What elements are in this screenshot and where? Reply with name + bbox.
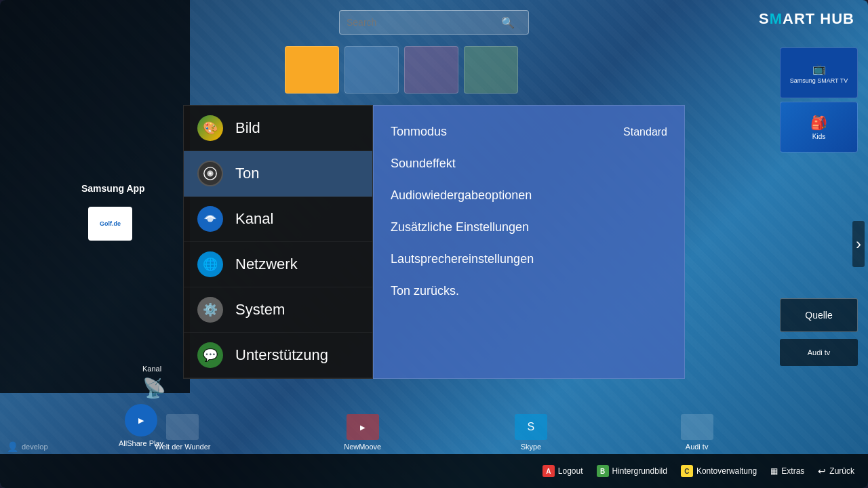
app-card-3[interactable] — [464, 46, 518, 94]
btn-c: C — [681, 465, 693, 477]
audi-bottom-item[interactable]: Audi tv — [681, 414, 713, 451]
audi-tv-item[interactable]: Audi tv — [780, 339, 858, 366]
satellite-icon: 📡 — [136, 369, 173, 407]
submenu-item-soundeffekt[interactable]: Soundeffekt — [374, 148, 684, 180]
left-dark-panel — [0, 0, 190, 393]
submenu-item-tonmodus[interactable]: Tonmodus Standard — [374, 116, 684, 148]
menu-item-bild[interactable]: 🎨 Bild — [184, 106, 372, 151]
menu-item-system[interactable]: ⚙️ System — [184, 287, 372, 333]
zuruck-item[interactable]: ↩ Zurück — [818, 466, 854, 476]
skype-item[interactable]: S Skype — [515, 414, 547, 451]
hintergrundbild-item[interactable]: B Hintergrundbild — [597, 465, 667, 477]
zusatzliche-label: Zusätzliche Einstellungen — [391, 220, 529, 235]
tv-screen: 🔍 SMART HUB 📺 Samsung SMART TV 🎒 Kids Qu… — [0, 0, 868, 488]
unterstutzung-icon: 💬 — [197, 342, 223, 368]
lautsprecher-label: Lautsprechereinstellungen — [391, 252, 534, 266]
bottom-labels-row: Welt der Wunder ▶ NewMoove S Skype Audi … — [0, 414, 868, 451]
right-apps-panel: 📺 Samsung SMART TV 🎒 Kids — [780, 47, 861, 152]
app-card-2[interactable] — [404, 46, 458, 94]
newmoove-icon: ▶ — [347, 414, 379, 440]
tonmodus-label: Tonmodus — [391, 125, 447, 139]
kanal-menu-label: Kanal — [235, 210, 273, 228]
develop-bar: 👤 develop — [7, 441, 48, 452]
welt-der-wunder-item[interactable]: Welt der Wunder — [155, 414, 210, 451]
search-icon: 🔍 — [501, 16, 515, 29]
right-submenu: Tonmodus Standard Soundeffekt Audiowiede… — [373, 105, 685, 379]
chevron-right-icon[interactable]: › — [852, 221, 865, 267]
zuruck-icon: ↩ — [818, 466, 826, 476]
tonmodus-value: Standard — [623, 126, 667, 138]
logout-label: Logout — [558, 466, 583, 476]
audi-icon — [681, 414, 713, 440]
unterstutzung-label: Unterstützung — [235, 346, 328, 364]
netzwerk-icon: 🌐 — [197, 251, 223, 277]
newmoove-item[interactable]: ▶ NewMoove — [344, 414, 381, 451]
netzwerk-label: Netzwerk — [235, 256, 298, 273]
skype-icon: S — [515, 414, 547, 440]
quelle-button[interactable]: Quelle — [780, 298, 858, 332]
kanal-label: Kanal — [142, 365, 161, 373]
submenu-item-audiowiedergabe[interactable]: Audiowiedergabeoptionen — [374, 180, 684, 211]
bild-icon: 🎨 — [197, 115, 223, 141]
smart-hub-logo: SMART HUB — [759, 10, 854, 28]
samsung-tv-app[interactable]: 📺 Samsung SMART TV — [780, 47, 858, 98]
golf-app[interactable]: Golf.de — [88, 207, 132, 241]
bottom-toolbar: A Logout B Hintergrundbild C Kontoverwal… — [0, 454, 868, 488]
kids-app[interactable]: 🎒 Kids — [780, 102, 858, 152]
smart-hub-accent: M — [770, 10, 783, 27]
bild-label: Bild — [235, 119, 260, 137]
kontoverwaltung-item[interactable]: C Kontoverwaltung — [681, 465, 757, 477]
ton-label: Ton — [235, 165, 259, 182]
extras-label: Extras — [781, 466, 804, 476]
develop-icon: 👤 — [7, 441, 18, 452]
system-label: System — [235, 301, 285, 319]
btn-a: A — [542, 465, 555, 477]
left-menu: 🎨 Bild Ton — [183, 105, 373, 379]
kids-label: Kids — [812, 133, 825, 140]
app-card-folder[interactable] — [285, 46, 339, 94]
submenu-item-zusatzliche[interactable]: Zusätzliche Einstellungen — [374, 211, 684, 243]
header-bar: 🔍 SMART HUB — [0, 0, 868, 44]
menu-item-ton[interactable]: Ton — [184, 151, 372, 197]
search-input[interactable] — [347, 17, 496, 28]
kontoverwaltung-label: Kontoverwaltung — [696, 466, 757, 476]
svg-point-2 — [209, 172, 212, 175]
submenu-item-ton-zuruck[interactable]: Ton zurücks. — [374, 275, 684, 307]
menu-container: 🎨 Bild Ton — [183, 105, 685, 379]
top-app-row — [285, 46, 773, 94]
search-box[interactable]: 🔍 — [339, 10, 529, 35]
app-card-1[interactable] — [344, 46, 399, 94]
menu-item-netzwerk[interactable]: 🌐 Netzwerk — [184, 242, 372, 287]
ton-zuruck-label: Ton zurücks. — [391, 284, 459, 298]
samsung-tv-label: Samsung SMART TV — [790, 77, 848, 84]
system-icon: ⚙️ — [197, 297, 223, 323]
logout-item[interactable]: A Logout — [542, 465, 583, 477]
menu-item-kanal[interactable]: Kanal — [184, 197, 372, 242]
welt-icon — [166, 414, 199, 440]
kanal-icon — [197, 206, 223, 232]
develop-label: develop — [22, 443, 48, 451]
menu-item-unterstutzung[interactable]: 💬 Unterstützung — [184, 333, 372, 378]
zuruck-label: Zurück — [829, 466, 854, 476]
extras-icon: ▦ — [770, 466, 778, 476]
hintergrundbild-label: Hintergrundbild — [612, 466, 667, 476]
submenu-item-lautsprecher[interactable]: Lautsprechereinstellungen — [374, 243, 684, 275]
btn-b: B — [597, 465, 609, 477]
samsung-apps-label: Samsung App — [81, 183, 145, 194]
ton-icon — [197, 161, 223, 186]
extras-item[interactable]: ▦ Extras — [770, 466, 804, 476]
soundeffekt-label: Soundeffekt — [391, 157, 456, 171]
audiowiedergabe-label: Audiowiedergabeoptionen — [391, 188, 532, 203]
